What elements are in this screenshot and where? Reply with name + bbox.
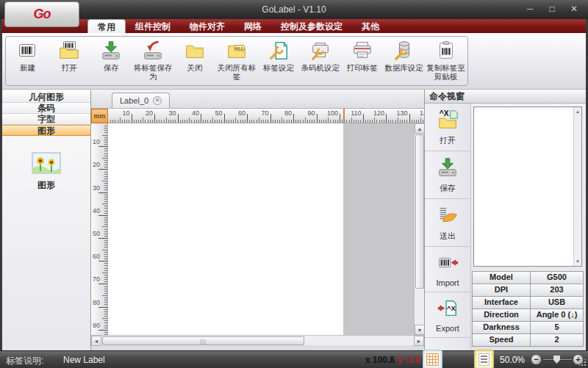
ruler-tick <box>289 120 290 123</box>
toolbar-button-close-label[interactable]: 关闭 <box>174 38 216 85</box>
scroll-right-icon[interactable]: ► <box>414 336 424 346</box>
maximize-button[interactable]: □ <box>547 4 557 14</box>
toolbar-button-label: 新建 <box>20 63 35 72</box>
ruler-tick <box>98 284 107 284</box>
app-logo[interactable]: Go <box>4 1 79 27</box>
ruler-tick <box>420 118 421 123</box>
close-button[interactable]: ✕ <box>569 4 579 14</box>
scroll-down-icon[interactable]: ▼ <box>415 325 425 335</box>
tab-close-icon[interactable]: ✕ <box>153 96 162 105</box>
property-value[interactable]: 203 <box>531 284 583 296</box>
toolbar-button-copy-to-clipboard[interactable]: 复制标签至剪贴板 <box>425 38 467 85</box>
vertical-scroll-thumb[interactable] <box>415 134 424 289</box>
document-tab-strip: Label_0 ✕ <box>91 90 424 109</box>
command-button-open[interactable]: ^X打开 <box>425 104 470 151</box>
ruler-tick <box>104 325 107 326</box>
command-button-save[interactable]: 保存 <box>425 151 470 199</box>
command-button-send[interactable]: 送出 <box>425 199 470 247</box>
sidebar-category-3[interactable]: 图形 <box>2 125 90 136</box>
main-area: 几何图形条码字型图形 图形 Label_0 ✕ mm 1020304050607… <box>2 90 586 350</box>
toolbar-button-database-settings[interactable]: 数据库设定 <box>383 38 425 85</box>
ruler-tick <box>104 217 107 218</box>
property-value[interactable]: G500 <box>531 272 583 284</box>
ruler-tick <box>138 120 139 123</box>
document-tab[interactable]: Label_0 ✕ <box>112 93 170 108</box>
command-button-import[interactable]: Import <box>425 247 470 292</box>
ruler-tick <box>198 120 199 123</box>
ruler-tick <box>365 120 366 123</box>
toolbar-button-save[interactable]: 保存 <box>90 38 132 85</box>
close-label-icon <box>184 40 206 62</box>
toolbar-button-new-label[interactable]: 新建 <box>7 38 49 85</box>
ruler-tick <box>363 114 364 123</box>
toolbar-button-open-label[interactable]: 打开 <box>49 38 90 85</box>
h-ruler-label: 120 <box>370 109 384 117</box>
status-bar: 标签说明: New Label x 100.8 y -1.0 50.0% − + <box>0 350 588 368</box>
ruler-tick <box>102 158 107 159</box>
property-value[interactable]: 5 <box>531 322 583 333</box>
ruler-tick <box>287 120 287 123</box>
scroll-down-icon[interactable]: ▼ <box>574 258 581 265</box>
scroll-up-icon[interactable]: ▲ <box>574 108 581 115</box>
command-scrollbar[interactable]: ▲ ▼ <box>573 107 581 266</box>
vertical-scrollbar[interactable]: ▲ ▼ <box>414 123 424 335</box>
ruler-tick <box>134 120 135 123</box>
toolbar-button-save-as[interactable]: 将标签保存为 <box>132 38 174 85</box>
ribbon-tab-5[interactable]: 其他 <box>352 19 389 33</box>
horizontal-scrollbar[interactable]: ◄ ||| ► <box>91 335 424 345</box>
ruler-tick <box>104 224 107 225</box>
ruler-tick <box>129 120 129 123</box>
printer-properties-table: ModelG500DPI203InterfaceUSBDirectionAngl… <box>472 271 584 347</box>
ruler-tick <box>309 120 310 123</box>
property-value[interactable]: Angle 0 (↓) <box>531 309 583 321</box>
ruler-tick <box>152 120 153 123</box>
ruler-tick <box>307 120 308 123</box>
toolbar-button-label-settings[interactable]: 标签设定 <box>257 38 299 85</box>
ruler-tick <box>291 120 292 123</box>
ruler-tick <box>340 114 340 123</box>
zoom-out-button[interactable]: − <box>531 354 542 365</box>
sidebar-category-0[interactable]: 几何图形 <box>2 92 90 103</box>
toolbar-group: 新建打开保存将标签保存为关闭ALL关闭所有标签标签设定条码机设定打印标签数据库设… <box>5 36 468 86</box>
ribbon-tab-0[interactable]: 常用 <box>87 19 126 33</box>
h-ruler-label: 50 <box>208 109 223 117</box>
sidebar-category-1[interactable]: 条码 <box>2 103 90 114</box>
minimize-button[interactable]: ─ <box>525 4 535 14</box>
ribbon-tab-4[interactable]: 控制及参数设定 <box>271 19 352 33</box>
toolbar-button-close-all-labels[interactable]: ALL关闭所有标签 <box>216 38 258 85</box>
property-value[interactable]: 2 <box>531 334 583 346</box>
toolbar-button-printer-settings[interactable]: 条码机设定 <box>299 38 341 85</box>
ruler-tick <box>323 120 324 123</box>
zoom-slider-thumb[interactable] <box>553 356 560 364</box>
property-value[interactable]: USB <box>531 297 583 309</box>
sidebar-tool-picture[interactable]: 图形 <box>2 152 90 192</box>
ruler-tick <box>212 118 213 123</box>
lines-view-button[interactable] <box>474 350 494 368</box>
scroll-left-icon[interactable]: ◄ <box>91 336 101 346</box>
label-sheet[interactable] <box>108 123 343 335</box>
toolbar-button-print-label[interactable]: 打印标签 <box>341 38 383 85</box>
horizontal-scroll-thumb[interactable]: ||| <box>102 336 304 345</box>
ruler-tick <box>384 120 384 123</box>
ruler-tick <box>154 114 155 123</box>
ruler-tick <box>388 120 389 123</box>
ruler-tick <box>203 120 204 123</box>
ruler-tick <box>104 197 107 198</box>
ruler-tick <box>98 238 107 239</box>
grid-toggle-button[interactable] <box>423 350 442 368</box>
ribbon-tab-2[interactable]: 物件对齐 <box>180 19 234 33</box>
ruler-tick <box>104 302 107 303</box>
design-viewport[interactable] <box>108 123 414 335</box>
ribbon-tab-1[interactable]: 组件控制 <box>126 19 180 33</box>
ruler-tick <box>104 293 107 294</box>
ruler-tick <box>104 220 107 220</box>
ruler-unit-box[interactable]: mm <box>91 109 108 123</box>
ruler-tick <box>104 183 107 184</box>
command-text-area[interactable]: ▲ ▼ <box>473 107 582 267</box>
command-button-export[interactable]: ^XExport <box>425 292 470 338</box>
h-ruler-label: 100 <box>323 109 338 117</box>
ribbon-tab-3[interactable]: 网络 <box>234 19 271 33</box>
h-ruler-label: 90 <box>301 109 315 117</box>
scroll-up-icon[interactable]: ▲ <box>415 123 425 134</box>
sidebar-category-2[interactable]: 字型 <box>2 114 90 125</box>
